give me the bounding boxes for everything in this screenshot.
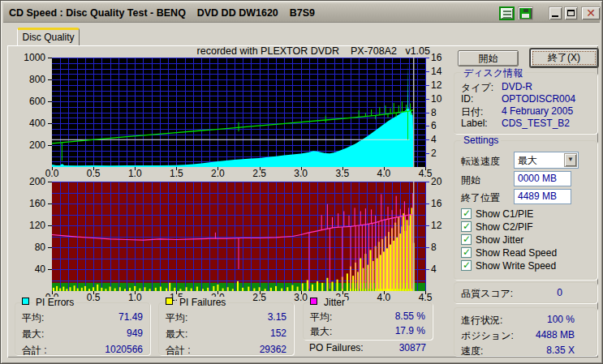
start-pos-input[interactable]: 0000 MB xyxy=(514,171,571,186)
id-label: ID: xyxy=(461,93,473,105)
focus-rect xyxy=(533,52,595,64)
progress-value: 100 % xyxy=(547,314,575,325)
axis-tick-label: 1.0 xyxy=(128,292,142,303)
max-label: 最大: xyxy=(166,328,187,341)
checkbox-label: Show Write Speed xyxy=(476,260,556,272)
end-pos-label: 終了位置 xyxy=(461,191,500,205)
end-pos-value: 4489 MB xyxy=(518,191,557,202)
quality-score-label: 品質スコア: xyxy=(461,287,513,301)
axis-tick-label: 800 xyxy=(29,74,45,85)
quality-score-group: 品質スコア: 0 xyxy=(454,282,597,303)
floppy-shutter xyxy=(523,9,528,12)
floppy-label xyxy=(522,14,529,18)
axis-tick-label: 160 xyxy=(29,198,45,209)
axis-tick-label: 4.5 xyxy=(419,168,433,179)
close-button[interactable]: ✕ xyxy=(581,6,601,20)
id-value: OPTODISCR004 xyxy=(502,93,575,105)
window-title: CD Speed : Disc Quality Test - BENQ DVD … xyxy=(9,7,315,19)
avg-value: 8.55 % xyxy=(395,310,425,322)
start-button[interactable]: 開始 xyxy=(458,50,519,66)
axis-tick-label: 400 xyxy=(29,118,45,129)
label-value: CDS_TEST_B2 xyxy=(502,118,570,129)
chevron-down-icon[interactable]: ▼ xyxy=(564,153,577,167)
total-value: 29362 xyxy=(260,344,286,355)
recorded-with-label: recorded with PLEXTOR DVDR PX-708A2 v1.0… xyxy=(52,45,430,57)
maximize-button[interactable] xyxy=(564,6,578,20)
max-label: 最大: xyxy=(22,328,44,341)
po-failures-label: PO Failures: xyxy=(309,342,364,353)
minimize-icon xyxy=(552,15,558,17)
minimize-button[interactable] xyxy=(549,6,562,20)
tab-disc-quality[interactable]: Disc Quality xyxy=(17,28,80,46)
jitter-color-swatch xyxy=(310,298,317,305)
checkbox-icon: ✓ xyxy=(461,260,472,271)
axis-tick-label: 3.0 xyxy=(294,292,308,303)
pi-failures-color-swatch xyxy=(166,298,173,305)
axis-tick-label: 600 xyxy=(29,96,45,107)
axis-tick-label: 8 xyxy=(431,242,437,253)
date-value: 4 February 2005 xyxy=(502,105,573,117)
axis-tick-label: 200 xyxy=(29,139,45,151)
end-pos-input[interactable]: 4489 MB xyxy=(514,189,571,204)
max-value: 17.9 % xyxy=(395,325,425,336)
start-pos-label: 開始 xyxy=(461,173,480,187)
axis-tick-label: 6 xyxy=(431,120,437,131)
report-icon[interactable] xyxy=(499,6,515,20)
avg-label: 平均: xyxy=(166,311,187,325)
axis-tick-label: 4.0 xyxy=(377,168,391,179)
max-label: 最大: xyxy=(310,325,332,339)
pi-errors-color-swatch xyxy=(22,298,29,305)
transfer-speed-value: 最大 xyxy=(518,154,537,168)
po-failures-value: 30877 xyxy=(382,342,426,353)
exit-button[interactable]: 終了(X) xyxy=(530,49,598,67)
checkbox-label: Show Jitter xyxy=(476,234,523,246)
axis-tick-label: 1.5 xyxy=(170,168,183,179)
checkbox-icon: ✓ xyxy=(461,221,472,232)
axis-tick-label: 0.5 xyxy=(87,168,101,179)
axis-tick-label: 1000 xyxy=(24,52,45,63)
report-icon-line xyxy=(503,14,511,15)
speed-label: 速度: xyxy=(461,345,483,358)
axis-tick-label: 3.5 xyxy=(335,168,349,179)
tab-label: Disc Quality xyxy=(22,32,74,43)
axis-tick-label: 4.0 xyxy=(377,292,391,303)
axis-tick-label: 2 xyxy=(431,148,437,159)
type-value: DVD-R xyxy=(502,81,532,92)
title-bar[interactable]: CD Speed : Disc Quality Test - BENQ DVD … xyxy=(3,3,600,23)
checkbox-label: Show C1/PIE xyxy=(476,208,533,220)
report-icon-line xyxy=(503,17,511,19)
axis-tick-label: 16 xyxy=(431,52,441,63)
close-icon: ✕ xyxy=(582,7,600,19)
axis-tick-label: 12 xyxy=(431,79,441,91)
jitter-title: Jitter xyxy=(321,297,347,308)
axis-tick-label: 16 xyxy=(431,198,441,209)
progress-label: 進行状況: xyxy=(461,314,502,328)
legend-pi-failures: PI Failures 平均: 3.15 最大: 152 合計 : 29362 xyxy=(158,302,294,355)
speed-value: 8.35 X xyxy=(546,345,575,356)
axis-tick-label: 200 xyxy=(29,176,45,187)
position-value: 4488 MB xyxy=(536,329,575,340)
legend-jitter: Jitter 平均: 8.55 % 最大: 17.9 % xyxy=(303,302,433,340)
avg-value: 71.49 xyxy=(118,311,143,323)
axis-tick-label: 8 xyxy=(431,107,437,118)
avg-label: 平均: xyxy=(22,311,44,325)
total-label: 合計 : xyxy=(22,344,47,358)
axis-tick-label: 80 xyxy=(35,242,45,253)
checkbox-icon: ✓ xyxy=(461,208,472,219)
transfer-speed-label: 転送速度 xyxy=(461,155,500,169)
avg-value: 3.15 xyxy=(268,311,286,323)
save-icon[interactable] xyxy=(518,6,533,20)
axis-tick-label: 14 xyxy=(431,66,441,77)
axis-tick-label: 2.5 xyxy=(252,292,266,303)
total-value: 1020566 xyxy=(105,344,143,355)
start-button-label: 開始 xyxy=(479,53,498,64)
quality-score-value: 0 xyxy=(557,287,562,298)
position-label: ポジション: xyxy=(461,329,514,343)
transfer-speed-select[interactable]: 最大 ▼ xyxy=(514,152,579,169)
avg-label: 平均: xyxy=(310,310,332,324)
start-pos-value: 0000 MB xyxy=(518,173,557,184)
axis-tick-label: 2.0 xyxy=(211,168,225,179)
axis-tick-label: 20 xyxy=(431,176,441,187)
settings-title: Settings xyxy=(461,135,501,146)
axis-tick-label: 12 xyxy=(431,220,441,231)
